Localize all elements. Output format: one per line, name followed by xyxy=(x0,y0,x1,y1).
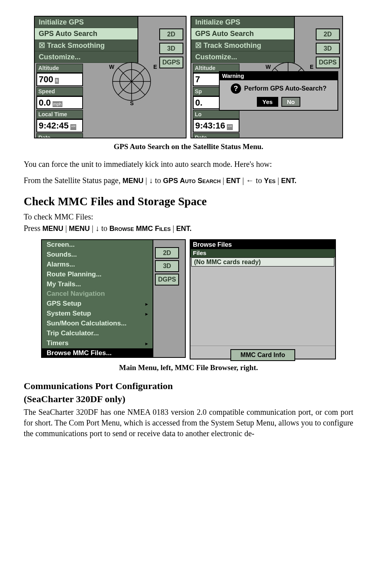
menu-screen[interactable]: Screen... xyxy=(42,240,153,250)
altitude-label: Altitude xyxy=(36,64,83,73)
menu-sounds[interactable]: Sounds... xyxy=(42,250,153,260)
mmc-card-info-button[interactable]: MMC Card Info xyxy=(230,349,296,361)
para-5: The SeaCharter 320DF has one NMEA 0183 v… xyxy=(24,407,353,439)
date-label: Date xyxy=(36,133,83,138)
badge-dgps: DGPS xyxy=(155,274,179,285)
para-3: To check MMC Files: xyxy=(24,212,353,222)
speed-label: Speed xyxy=(36,87,83,96)
badge-3d: 3D xyxy=(155,260,179,272)
menu-trip-calculator[interactable]: Trip Calculator... xyxy=(42,329,153,338)
speed-value: 0.0mph xyxy=(36,96,83,110)
svg-text:W: W xyxy=(109,64,115,70)
heading-check-mmc: Check MMC Files and Storage Space xyxy=(24,194,353,209)
figure-1: Initialize GPS GPS Auto Search Track Smo… xyxy=(24,16,353,138)
figure-2: Screen... Sounds... Alarms... Route Plan… xyxy=(24,239,353,359)
menu-gps-auto-search[interactable]: GPS Auto Search xyxy=(35,28,138,40)
menu-system-setup[interactable]: System Setup xyxy=(42,309,153,319)
localtime-value: 9:43:16ᴬᴹ xyxy=(193,119,239,132)
localtime-label: Local Time xyxy=(36,110,83,119)
browse-message: (No MMC cards ready) xyxy=(191,257,334,267)
gps-menu-right: Initialize GPS GPS Auto Search Track Smo… xyxy=(191,17,295,63)
question-icon: ? xyxy=(231,83,241,94)
menu-gps-setup[interactable]: GPS Setup xyxy=(42,299,153,309)
svg-text:E: E xyxy=(310,64,313,70)
menu-route-planning[interactable]: Route Planning... xyxy=(42,270,153,280)
menu-my-trails[interactable]: My Trails... xyxy=(42,280,153,289)
fix-badges: 2D 3D DGPS xyxy=(155,247,179,285)
localtime-value: 9:42:45ᴬᴹ xyxy=(36,119,83,132)
menu-cancel-navigation: Cancel Navigation xyxy=(42,289,153,299)
figure-1-caption: GPS Auto Search on the Satellite Status … xyxy=(24,142,353,152)
badge-2d: 2D xyxy=(155,247,179,259)
localtime-label: Lo xyxy=(193,110,239,119)
para-1: You can force the unit to immediately ki… xyxy=(24,159,353,170)
menu-alarms[interactable]: Alarms... xyxy=(42,260,153,270)
svg-text:S: S xyxy=(130,100,134,106)
menu-timers[interactable]: Timers xyxy=(42,338,153,348)
badge-2d: 2D xyxy=(159,28,183,40)
browse-list xyxy=(190,267,335,346)
warning-dialog: Warning ? Perform GPS Auto-Search? Yes N… xyxy=(219,71,338,111)
menu-initialize-gps[interactable]: Initialize GPS xyxy=(191,17,294,28)
badge-2d: 2D xyxy=(316,28,340,40)
menu-gps-auto-search[interactable]: GPS Auto Search xyxy=(191,28,294,40)
menu-sun-moon[interactable]: Sun/Moon Calculations... xyxy=(42,319,153,329)
compass-rose: W E S xyxy=(90,62,173,121)
badge-3d: 3D xyxy=(159,43,183,55)
main-menu-screenshot: Screen... Sounds... Alarms... Route Plan… xyxy=(41,239,186,358)
no-button[interactable]: No xyxy=(281,97,300,107)
menu-browse-mmc-files[interactable]: Browse MMC Files... xyxy=(42,348,153,358)
svg-text:E: E xyxy=(153,64,157,70)
menu-track-smoothing[interactable]: Track Smoothing xyxy=(191,40,294,51)
browse-subtitle: Files xyxy=(190,249,335,257)
dialog-message: Perform GPS Auto-Search? xyxy=(244,84,326,93)
screenshot-right: Initialize GPS GPS Auto Search Track Smo… xyxy=(190,16,343,138)
para-2: From the Satellite Status page, MENU | ↓… xyxy=(24,175,353,186)
mmc-browser-screenshot: Browse Files Files (No MMC cards ready) … xyxy=(190,239,336,359)
heading-com-port: Communications Port Configuration (SeaCh… xyxy=(24,380,353,405)
gps-menu: Initialize GPS GPS Auto Search Track Smo… xyxy=(35,17,138,63)
para-4: Press MENU | MENU | ↓ to Browse MMC File… xyxy=(24,223,353,234)
badge-3d: 3D xyxy=(316,43,340,55)
altitude-value: 700ft xyxy=(36,73,83,86)
date-label: Date xyxy=(193,133,239,138)
menu-initialize-gps[interactable]: Initialize GPS xyxy=(35,17,138,28)
yes-button[interactable]: Yes xyxy=(257,97,278,107)
main-menu: Screen... Sounds... Alarms... Route Plan… xyxy=(42,240,153,358)
menu-customize[interactable]: Customize... xyxy=(35,51,138,63)
screenshot-left: Initialize GPS GPS Auto Search Track Smo… xyxy=(34,16,187,138)
browse-title: Browse Files xyxy=(190,240,335,250)
dialog-title: Warning xyxy=(220,72,337,80)
menu-track-smoothing[interactable]: Track Smoothing xyxy=(35,40,138,51)
menu-customize[interactable]: Customize... xyxy=(191,51,294,63)
svg-text:W: W xyxy=(266,64,271,70)
